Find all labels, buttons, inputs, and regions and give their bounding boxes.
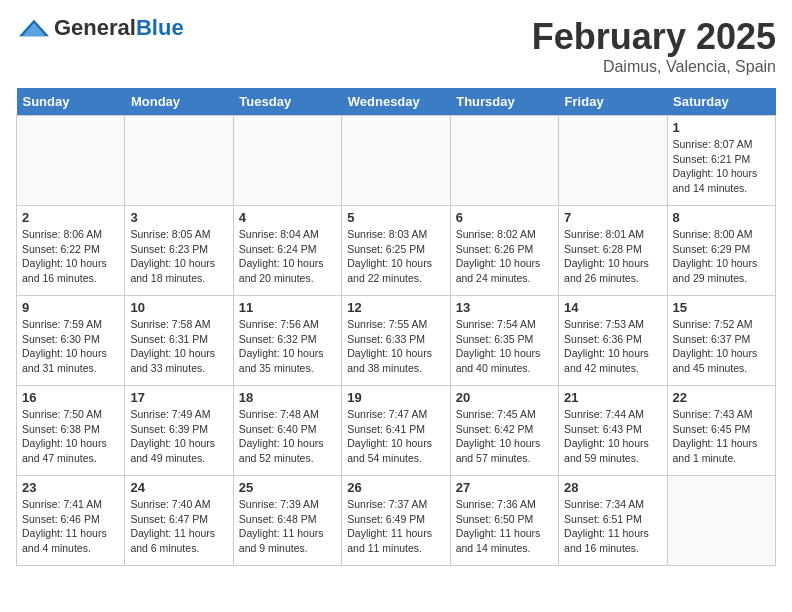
day-info: Sunrise: 7:58 AM Sunset: 6:31 PM Dayligh…: [130, 317, 227, 376]
day-number: 23: [22, 480, 119, 495]
calendar-table: SundayMondayTuesdayWednesdayThursdayFrid…: [16, 88, 776, 566]
calendar-cell: 10Sunrise: 7:58 AM Sunset: 6:31 PM Dayli…: [125, 296, 233, 386]
calendar-cell: 1Sunrise: 8:07 AM Sunset: 6:21 PM Daylig…: [667, 116, 775, 206]
month-title: February 2025: [532, 16, 776, 58]
calendar-cell: 25Sunrise: 7:39 AM Sunset: 6:48 PM Dayli…: [233, 476, 341, 566]
day-info: Sunrise: 8:06 AM Sunset: 6:22 PM Dayligh…: [22, 227, 119, 286]
calendar-cell: 24Sunrise: 7:40 AM Sunset: 6:47 PM Dayli…: [125, 476, 233, 566]
weekday-header-row: SundayMondayTuesdayWednesdayThursdayFrid…: [17, 88, 776, 116]
day-number: 3: [130, 210, 227, 225]
calendar-cell: 13Sunrise: 7:54 AM Sunset: 6:35 PM Dayli…: [450, 296, 558, 386]
location-title: Daimus, Valencia, Spain: [532, 58, 776, 76]
day-number: 16: [22, 390, 119, 405]
day-number: 25: [239, 480, 336, 495]
day-number: 11: [239, 300, 336, 315]
calendar-cell: 18Sunrise: 7:48 AM Sunset: 6:40 PM Dayli…: [233, 386, 341, 476]
day-info: Sunrise: 7:55 AM Sunset: 6:33 PM Dayligh…: [347, 317, 444, 376]
weekday-header: Thursday: [450, 88, 558, 116]
day-info: Sunrise: 8:01 AM Sunset: 6:28 PM Dayligh…: [564, 227, 661, 286]
calendar-cell: 22Sunrise: 7:43 AM Sunset: 6:45 PM Dayli…: [667, 386, 775, 476]
calendar-cell: 14Sunrise: 7:53 AM Sunset: 6:36 PM Dayli…: [559, 296, 667, 386]
calendar-cell: [450, 116, 558, 206]
header: GeneralBlue February 2025 Daimus, Valenc…: [16, 16, 776, 76]
calendar-cell: 2Sunrise: 8:06 AM Sunset: 6:22 PM Daylig…: [17, 206, 125, 296]
day-number: 28: [564, 480, 661, 495]
calendar-cell: [559, 116, 667, 206]
calendar-cell: 7Sunrise: 8:01 AM Sunset: 6:28 PM Daylig…: [559, 206, 667, 296]
day-info: Sunrise: 7:37 AM Sunset: 6:49 PM Dayligh…: [347, 497, 444, 556]
calendar-cell: 3Sunrise: 8:05 AM Sunset: 6:23 PM Daylig…: [125, 206, 233, 296]
day-info: Sunrise: 7:40 AM Sunset: 6:47 PM Dayligh…: [130, 497, 227, 556]
weekday-header: Monday: [125, 88, 233, 116]
day-info: Sunrise: 7:47 AM Sunset: 6:41 PM Dayligh…: [347, 407, 444, 466]
logo-general: General: [54, 15, 136, 40]
day-number: 8: [673, 210, 770, 225]
calendar-cell: 5Sunrise: 8:03 AM Sunset: 6:25 PM Daylig…: [342, 206, 450, 296]
day-info: Sunrise: 7:50 AM Sunset: 6:38 PM Dayligh…: [22, 407, 119, 466]
calendar-week-row: 9Sunrise: 7:59 AM Sunset: 6:30 PM Daylig…: [17, 296, 776, 386]
day-info: Sunrise: 7:45 AM Sunset: 6:42 PM Dayligh…: [456, 407, 553, 466]
day-number: 22: [673, 390, 770, 405]
day-number: 6: [456, 210, 553, 225]
day-info: Sunrise: 7:43 AM Sunset: 6:45 PM Dayligh…: [673, 407, 770, 466]
day-info: Sunrise: 7:36 AM Sunset: 6:50 PM Dayligh…: [456, 497, 553, 556]
calendar-cell: [125, 116, 233, 206]
day-info: Sunrise: 7:49 AM Sunset: 6:39 PM Dayligh…: [130, 407, 227, 466]
day-info: Sunrise: 8:03 AM Sunset: 6:25 PM Dayligh…: [347, 227, 444, 286]
calendar-week-row: 23Sunrise: 7:41 AM Sunset: 6:46 PM Dayli…: [17, 476, 776, 566]
day-info: Sunrise: 8:04 AM Sunset: 6:24 PM Dayligh…: [239, 227, 336, 286]
day-number: 26: [347, 480, 444, 495]
weekday-header: Wednesday: [342, 88, 450, 116]
weekday-header: Tuesday: [233, 88, 341, 116]
logo: GeneralBlue: [16, 16, 184, 40]
calendar-cell: 4Sunrise: 8:04 AM Sunset: 6:24 PM Daylig…: [233, 206, 341, 296]
calendar-cell: 16Sunrise: 7:50 AM Sunset: 6:38 PM Dayli…: [17, 386, 125, 476]
day-info: Sunrise: 7:39 AM Sunset: 6:48 PM Dayligh…: [239, 497, 336, 556]
day-number: 1: [673, 120, 770, 135]
calendar-cell: 8Sunrise: 8:00 AM Sunset: 6:29 PM Daylig…: [667, 206, 775, 296]
day-info: Sunrise: 7:53 AM Sunset: 6:36 PM Dayligh…: [564, 317, 661, 376]
day-info: Sunrise: 7:48 AM Sunset: 6:40 PM Dayligh…: [239, 407, 336, 466]
day-number: 7: [564, 210, 661, 225]
day-number: 4: [239, 210, 336, 225]
day-info: Sunrise: 8:00 AM Sunset: 6:29 PM Dayligh…: [673, 227, 770, 286]
calendar-cell: [342, 116, 450, 206]
day-info: Sunrise: 7:54 AM Sunset: 6:35 PM Dayligh…: [456, 317, 553, 376]
day-number: 12: [347, 300, 444, 315]
calendar-cell: 27Sunrise: 7:36 AM Sunset: 6:50 PM Dayli…: [450, 476, 558, 566]
day-info: Sunrise: 7:34 AM Sunset: 6:51 PM Dayligh…: [564, 497, 661, 556]
day-number: 19: [347, 390, 444, 405]
day-number: 10: [130, 300, 227, 315]
day-number: 9: [22, 300, 119, 315]
title-area: February 2025 Daimus, Valencia, Spain: [532, 16, 776, 76]
calendar-cell: 26Sunrise: 7:37 AM Sunset: 6:49 PM Dayli…: [342, 476, 450, 566]
calendar-cell: [667, 476, 775, 566]
day-number: 17: [130, 390, 227, 405]
calendar-week-row: 1Sunrise: 8:07 AM Sunset: 6:21 PM Daylig…: [17, 116, 776, 206]
day-info: Sunrise: 7:41 AM Sunset: 6:46 PM Dayligh…: [22, 497, 119, 556]
logo-blue: Blue: [136, 15, 184, 40]
day-number: 18: [239, 390, 336, 405]
calendar-cell: 6Sunrise: 8:02 AM Sunset: 6:26 PM Daylig…: [450, 206, 558, 296]
calendar-cell: 11Sunrise: 7:56 AM Sunset: 6:32 PM Dayli…: [233, 296, 341, 386]
calendar-cell: 23Sunrise: 7:41 AM Sunset: 6:46 PM Dayli…: [17, 476, 125, 566]
logo-icon: [16, 18, 52, 38]
day-number: 27: [456, 480, 553, 495]
day-info: Sunrise: 8:05 AM Sunset: 6:23 PM Dayligh…: [130, 227, 227, 286]
calendar-cell: [233, 116, 341, 206]
day-number: 14: [564, 300, 661, 315]
calendar-cell: 9Sunrise: 7:59 AM Sunset: 6:30 PM Daylig…: [17, 296, 125, 386]
day-number: 13: [456, 300, 553, 315]
calendar-cell: 15Sunrise: 7:52 AM Sunset: 6:37 PM Dayli…: [667, 296, 775, 386]
calendar-cell: 12Sunrise: 7:55 AM Sunset: 6:33 PM Dayli…: [342, 296, 450, 386]
calendar-cell: 21Sunrise: 7:44 AM Sunset: 6:43 PM Dayli…: [559, 386, 667, 476]
day-number: 20: [456, 390, 553, 405]
day-info: Sunrise: 8:07 AM Sunset: 6:21 PM Dayligh…: [673, 137, 770, 196]
day-number: 15: [673, 300, 770, 315]
calendar-cell: 28Sunrise: 7:34 AM Sunset: 6:51 PM Dayli…: [559, 476, 667, 566]
day-number: 21: [564, 390, 661, 405]
calendar-week-row: 2Sunrise: 8:06 AM Sunset: 6:22 PM Daylig…: [17, 206, 776, 296]
calendar-cell: 19Sunrise: 7:47 AM Sunset: 6:41 PM Dayli…: [342, 386, 450, 476]
calendar-cell: 17Sunrise: 7:49 AM Sunset: 6:39 PM Dayli…: [125, 386, 233, 476]
calendar-week-row: 16Sunrise: 7:50 AM Sunset: 6:38 PM Dayli…: [17, 386, 776, 476]
